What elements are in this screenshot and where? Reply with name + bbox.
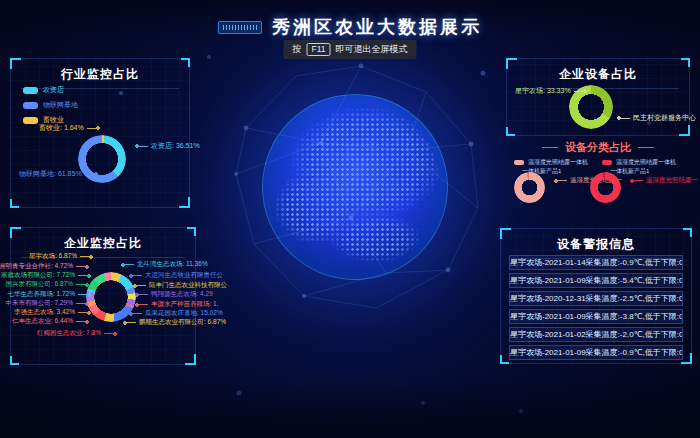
device-alarm-panel: 设备警报信息 星宇农场-2021-01-14采集温度:-0.9℃,低于下限:0℃…: [500, 228, 692, 364]
pie-label: 畜牧业: 1.64%: [39, 123, 100, 133]
device-donut-left[interactable]: [514, 172, 545, 203]
hint-suffix: 即可退出全屏模式: [336, 43, 408, 56]
enterprise-ratio-panel: 企业监控占比 星宇农场: 6.87% 秀洲明青专业合作社: 4.72% 家庭农场…: [10, 227, 196, 365]
alarm-row[interactable]: 星宇农场-2021-01-09采集温度:-0.9℃,低于下限:0℃: [509, 345, 683, 360]
pie-label: 鹏顺生态农业有限公司: 6.87%: [123, 318, 226, 327]
alarm-row[interactable]: 星宇农场-2021-01-09采集温度:-5.4℃,低于下限:0℃: [509, 273, 683, 288]
equipment-ratio-panel: 企业设备占比 星宇农场: 33.33% 民主村党群服务中心: [506, 58, 690, 136]
legend-label: 农资店: [43, 85, 64, 95]
legend-swatch: [23, 102, 38, 109]
pie-label: 家庭农场有限公司: 7.72%: [1, 271, 91, 280]
industry-legend: 农资店 物联网基地 畜牧业: [23, 85, 78, 125]
pie-label: 中禾市有限公司: 7.29%: [5, 299, 89, 308]
legend-item[interactable]: 农资店: [23, 85, 78, 95]
pie-label: 农资店: 36.51%: [135, 141, 200, 151]
corner-decoration: [500, 355, 509, 364]
alarm-row[interactable]: 星宇农场-2021-01-02采集温度:-2.0℃,低于下限:0℃: [509, 327, 683, 342]
corner-decoration: [10, 356, 19, 365]
hint-prefix: 按: [292, 43, 301, 56]
pie-label: 物联网基地: 61.85%: [19, 169, 98, 179]
corner-decoration: [683, 228, 692, 237]
title-decoration-line: [542, 147, 558, 148]
pie-label: 北斗湾生态农场: 11.36%: [121, 260, 208, 269]
legend-swatch: [602, 160, 612, 165]
dashboard: 秀洲区农业大数据展示 按 F11 即可退出全屏模式 行业监控占比 农资店 物联网…: [0, 0, 700, 438]
legend-swatch: [23, 117, 38, 124]
device-donut-right[interactable]: [590, 172, 621, 203]
title-decoration-line: [638, 147, 654, 148]
corner-decoration: [187, 227, 196, 236]
pie-label: 七华生态养殖场: 1.72%: [7, 290, 91, 299]
pie-label: 大运河生态牧业有限责任公: [129, 271, 223, 280]
legend-label: 温湿度光照结露一体机: [616, 158, 676, 167]
legend-sub-label: 一体机新产品1: [610, 167, 649, 176]
corner-decoration: [681, 58, 690, 67]
page-title: 秀洲区农业大数据展示: [272, 15, 482, 39]
legend-swatch: [514, 160, 524, 165]
alarm-row[interactable]: 星宇农场-2021-01-09采集温度:-3.8℃,低于下限:0℃: [509, 309, 683, 324]
legend-item[interactable]: 温湿度光照结露一体机: [514, 158, 588, 167]
pie-label: 民主村党群服务中心: [617, 113, 696, 123]
fullscreen-hint: 按 F11 即可退出全屏模式: [283, 40, 416, 59]
corner-decoration: [10, 199, 19, 208]
pie-label: 国兴发有限公司: 6.87%: [5, 280, 89, 289]
globe-visual: [262, 94, 448, 280]
brand-logo: [218, 21, 262, 34]
pie-label: 瓜果花园农庄基地: 15.02%: [129, 309, 223, 318]
pie-label: 李强生态农场: 3.42%: [14, 308, 91, 317]
industry-ratio-panel: 行业监控占比 农资店 物联网基地 畜牧业 畜牧业: 1.64% 农资店: 36.…: [10, 58, 190, 208]
alarm-list: 星宇农场-2021-01-14采集温度:-0.9℃,低于下限:0℃ 星宇农场-2…: [509, 255, 683, 360]
globe-dot-map: [270, 102, 440, 272]
f11-key-badge: F11: [306, 43, 330, 56]
alarm-row[interactable]: 星宇农场-2020-12-31采集温度:-2.5℃,低于下限:0℃: [509, 291, 683, 306]
corner-decoration: [506, 127, 515, 136]
legend-item[interactable]: 温湿度光照结露一体机: [602, 158, 676, 167]
equipment-panel-title: 企业设备占比: [517, 59, 679, 89]
pie-label: 陆丰门生态农业科技有限公: [133, 281, 227, 290]
alarm-row[interactable]: 星宇农场-2021-01-14采集温度:-0.9℃,低于下限:0℃: [509, 255, 683, 270]
legend-item[interactable]: 物联网基地: [23, 100, 78, 110]
pie-label: 秀洲明青专业合作社: 4.72%: [0, 262, 89, 271]
legend-label: 温湿度光照结露一体机: [528, 158, 588, 167]
corner-decoration: [181, 58, 190, 67]
pie-label: 温湿度光照结露一: [630, 176, 698, 185]
pie-label: 鸭翔源生态农场: 4.29: [135, 290, 213, 299]
background-particles: [0, 0, 2, 2]
legend-label: 物联网基地: [43, 100, 78, 110]
pie-label: 星宇农场: 33.33%: [515, 86, 587, 96]
device-category-section: 设备分类占比 温湿度光照结露一体机 一体机新产品1 温湿度光照结露一 温湿度光照…: [506, 138, 690, 224]
header: 秀洲区农业大数据展示: [0, 12, 700, 42]
pie-label: 红梅园生态农业: 7.3%: [37, 329, 117, 338]
legend-swatch: [23, 87, 38, 94]
pie-label: 丰源水产种苗养殖场: 1.: [135, 300, 219, 309]
pie-label: 仁丰生态农业: 6.44%: [12, 317, 89, 326]
pie-label: 星宇农场: 6.87%: [29, 252, 93, 261]
device-category-title-text: 设备分类占比: [565, 140, 631, 155]
device-category-title: 设备分类占比: [506, 138, 690, 155]
